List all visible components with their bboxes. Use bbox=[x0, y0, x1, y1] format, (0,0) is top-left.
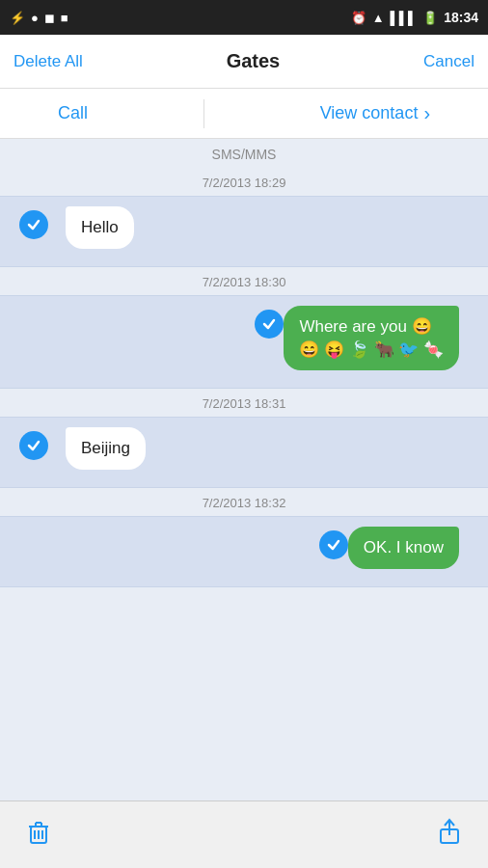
message-bubble: OK. I know bbox=[348, 527, 459, 569]
app3-icon: ■ bbox=[61, 11, 68, 25]
action-bar: Call View contact › bbox=[0, 89, 488, 139]
share-icon[interactable] bbox=[434, 816, 465, 854]
wifi-icon: ▲ bbox=[372, 11, 385, 25]
message-checkbox[interactable] bbox=[319, 530, 348, 559]
message-row[interactable]: Beijing bbox=[10, 423, 478, 479]
message-row[interactable]: OK. I know bbox=[10, 523, 478, 579]
cancel-button[interactable]: Cancel bbox=[423, 52, 474, 71]
status-icons-left: ⚡ ● ◼ ■ bbox=[10, 11, 68, 25]
message-bubble: Beijing bbox=[66, 427, 146, 470]
message-bubble: Where are you 😄 😄 😝 🍃 🐂 🐦 🍬 bbox=[284, 306, 459, 371]
messages-list: 7/2/2013 18:29Hello7/2/2013 18:30Where a… bbox=[0, 168, 488, 800]
sms-mms-label: SMS/MMS bbox=[0, 139, 488, 168]
timestamp: 7/2/2013 18:30 bbox=[0, 267, 488, 295]
chevron-right-icon: › bbox=[423, 102, 430, 124]
message-bubble: Hello bbox=[66, 206, 134, 249]
usb-icon: ⚡ bbox=[10, 11, 25, 25]
app2-icon: ◼ bbox=[44, 11, 55, 25]
message-checkbox[interactable] bbox=[255, 310, 284, 339]
message-row[interactable]: Hello bbox=[10, 203, 478, 258]
timestamp: 7/2/2013 18:31 bbox=[0, 389, 488, 417]
view-contact-button[interactable]: View contact › bbox=[320, 102, 430, 124]
battery-icon: 🔋 bbox=[422, 11, 438, 25]
delete-all-button[interactable]: Delete All bbox=[14, 52, 83, 71]
delete-icon[interactable] bbox=[23, 816, 54, 854]
clock: 18:34 bbox=[444, 10, 478, 25]
signal-icon: ▌▌▌ bbox=[391, 11, 418, 25]
status-icons-right: ⏰ ▲ ▌▌▌ 🔋 18:34 bbox=[351, 10, 478, 25]
timestamp: 7/2/2013 18:29 bbox=[0, 168, 488, 196]
conversation-title: Gates bbox=[227, 50, 281, 72]
timestamp: 7/2/2013 18:32 bbox=[0, 488, 488, 516]
bottom-bar bbox=[0, 800, 488, 868]
view-contact-label: View contact bbox=[320, 103, 419, 123]
action-divider bbox=[203, 99, 204, 128]
call-button[interactable]: Call bbox=[58, 103, 88, 123]
alarm-icon: ⏰ bbox=[351, 11, 366, 25]
message-row[interactable]: Where are you 😄 😄 😝 🍃 🐂 🐦 🍬 bbox=[10, 302, 478, 381]
message-checkbox[interactable] bbox=[19, 431, 48, 460]
status-bar: ⚡ ● ◼ ■ ⏰ ▲ ▌▌▌ 🔋 18:34 bbox=[0, 0, 488, 35]
app1-icon: ● bbox=[31, 11, 39, 25]
message-checkbox[interactable] bbox=[19, 210, 48, 239]
top-bar: Delete All Gates Cancel bbox=[0, 35, 488, 89]
